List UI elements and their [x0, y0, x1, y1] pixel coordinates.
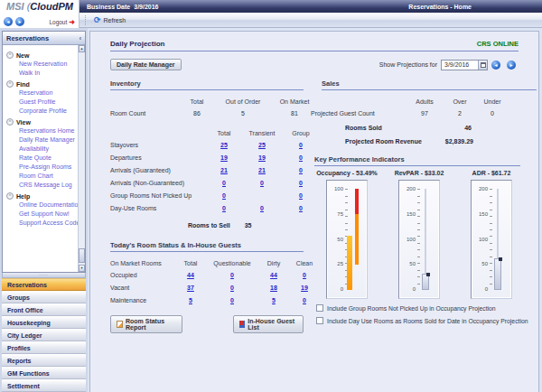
tick-label: 75: [330, 212, 343, 217]
vacant-questionable-link[interactable]: 0: [206, 281, 258, 294]
module-accordion: Reservations Groups Front Office Houseke…: [2, 278, 86, 392]
include-group-rooms-checkbox[interactable]: [316, 304, 323, 312]
sidebar-item-daily-rate-manager[interactable]: Daily Rate Manager: [6, 135, 78, 144]
occupied-total-link[interactable]: 44: [175, 268, 206, 281]
accordion-item-groups[interactable]: Groups: [2, 291, 86, 303]
projected-guest-count-label: Projected Guest Count: [311, 107, 405, 119]
accordion-item-profiles[interactable]: Profiles: [2, 341, 86, 354]
forward-button[interactable]: [15, 17, 24, 26]
calendar-dropdown-button[interactable]: [478, 61, 487, 70]
accordion-item-settlement[interactable]: Settlement: [2, 379, 86, 392]
departures-transient-link[interactable]: 19: [240, 151, 284, 163]
collapse-section-icon[interactable]: [6, 118, 14, 126]
adr-gauge-panel: 200 150 100 50 0: [471, 180, 512, 299]
grnpu-total-link[interactable]: 0: [208, 189, 240, 201]
sidebar-item-new-reservation[interactable]: New Reservation: [6, 59, 78, 68]
include-group-rooms-option: Include Group Rooms Not Picked Up in Occ…: [316, 304, 537, 312]
sidebar-item-online-documentation[interactable]: Online Documentation: [6, 200, 78, 209]
projection-date-input[interactable]: 3/9/2016: [441, 60, 488, 70]
accordion-item-city-ledger[interactable]: City Ledger: [2, 329, 86, 341]
collapse-section-icon[interactable]: [6, 51, 14, 59]
sidebar-item-corporate-profile[interactable]: Corporate Profile: [6, 106, 78, 115]
grnpu-transient-blank: [240, 189, 284, 201]
dayuse-total-link[interactable]: 0: [208, 201, 240, 214]
rooms-sold-row: Rooms Sold 46: [345, 125, 537, 131]
collapse-panel-icon[interactable]: [79, 35, 81, 42]
col-header-total: Total: [208, 128, 240, 138]
reservations-nav-panel: Reservations New New Reservation Walk In: [2, 31, 86, 273]
scroll-up-icon[interactable]: [79, 45, 85, 52]
vacant-total-link[interactable]: 37: [175, 281, 206, 294]
next-date-button[interactable]: [507, 61, 516, 70]
sidebar-item-guest-profile[interactable]: Guest Profile: [6, 97, 78, 106]
sidebar-item-get-support-now[interactable]: Get Support Now!: [6, 209, 78, 218]
arrivals-ng-total-link[interactable]: 0: [208, 176, 240, 189]
logout-label: Logout: [49, 19, 67, 25]
back-button[interactable]: [4, 17, 13, 26]
revpar-gauge-panel: 200 150 100 50 0: [398, 180, 440, 299]
arrivals-g-total-link[interactable]: 21: [208, 163, 240, 176]
projected-revenue-row: Projected Room Revenue $2,839.29: [345, 138, 537, 145]
tick-label: 100: [402, 238, 416, 242]
accordion-item-reports[interactable]: Reports: [2, 354, 86, 367]
sidebar-item-pre-assign-rooms[interactable]: Pre-Assign Rooms: [6, 162, 78, 171]
room-count-label: Room Count: [110, 107, 179, 119]
row-label-arrivals-non-guaranteed: Arrivals (Non-Guaranteed): [110, 176, 208, 189]
sidebar-item-reservation[interactable]: Reservation: [6, 88, 78, 97]
stayovers-transient-link[interactable]: 25: [240, 138, 284, 151]
sidebar-item-walk-in[interactable]: Walk In: [6, 68, 78, 77]
dayuse-transient-link[interactable]: 0: [240, 201, 284, 214]
collapse-section-icon[interactable]: [6, 80, 14, 88]
revpar-gauge: RevPAR - $33.02 200 150 100 50 0: [383, 170, 455, 299]
value-marker: [499, 257, 502, 261]
vacant-dirty-link[interactable]: 18: [258, 281, 289, 294]
adr-gauge-title: ADR - $61.72: [472, 170, 511, 176]
departures-total-link[interactable]: 19: [208, 151, 240, 163]
accordion-item-reservations[interactable]: Reservations: [2, 278, 86, 291]
scrollbar-track[interactable]: [79, 52, 85, 265]
in-house-guest-list-button[interactable]: In-House Guest List: [233, 315, 304, 333]
col-header-out-of-order: Out of Order: [215, 97, 271, 107]
nav-section-view: View: [6, 118, 78, 126]
scrollbar-thumb[interactable]: [79, 248, 85, 263]
include-day-use-label: Include Day Use Rooms as Rooms Sold for …: [327, 318, 528, 324]
room-status-report-button[interactable]: Room Status Report: [110, 315, 182, 333]
stayovers-total-link[interactable]: 25: [208, 138, 240, 151]
daily-rate-manager-button[interactable]: Daily Rate Manager: [110, 59, 182, 70]
revpar-value-bar: [422, 274, 429, 290]
room-count-table: Total Out of Order On Market Room Count …: [110, 97, 304, 119]
revpar-gauge-title: RevPAR - $33.02: [395, 170, 444, 176]
maintenance-questionable-link[interactable]: 0: [206, 294, 258, 306]
daily-projection-header: Daily Projection CRS ONLINE: [110, 40, 519, 51]
col-header-on-market-rooms: On Market Rooms: [110, 258, 175, 268]
nav-items: New New Reservation Walk In Find Reserva…: [3, 45, 78, 272]
sidebar-item-rate-quote[interactable]: Rate Quote: [6, 153, 78, 162]
accordion-item-front-office[interactable]: Front Office: [2, 303, 86, 316]
sidebar-item-room-chart[interactable]: Room Chart: [6, 171, 78, 180]
collapse-section-icon[interactable]: [6, 192, 14, 200]
occupied-dirty-link[interactable]: 44: [258, 268, 289, 281]
sidebar-item-support-access-code[interactable]: Support Access Code: [6, 218, 78, 227]
accordion-item-gm-functions[interactable]: GM Functions: [2, 367, 86, 379]
inventory-header: Inventory: [110, 79, 304, 90]
arrivals-ng-transient-link[interactable]: 0: [240, 176, 284, 189]
include-day-use-checkbox[interactable]: [316, 317, 323, 324]
sidebar-item-crs-message-log[interactable]: CRS Message Log: [6, 180, 78, 189]
nav-panel-title: Reservations: [6, 34, 49, 42]
sidebar-scrollbar[interactable]: [78, 45, 85, 272]
main-content: Daily Projection CRS ONLINE Daily Rate M…: [89, 31, 539, 392]
maintenance-total-link[interactable]: 5: [175, 294, 206, 306]
refresh-button[interactable]: Refresh: [90, 14, 129, 25]
accordion-item-housekeeping[interactable]: Housekeeping: [2, 316, 86, 329]
previous-date-button[interactable]: [491, 61, 500, 70]
arrivals-g-transient-link[interactable]: 21: [240, 163, 284, 176]
sales-header: Sales: [322, 79, 537, 90]
logout-button[interactable]: Logout: [49, 18, 75, 26]
maintenance-dirty-link[interactable]: 5: [258, 294, 289, 306]
occupied-questionable-link[interactable]: 0: [206, 268, 258, 281]
toolbar-separator: [85, 15, 86, 25]
sidebar-item-availability[interactable]: Availability: [6, 144, 78, 153]
occupancy-range-bar: [355, 189, 359, 290]
scroll-down-icon[interactable]: [79, 265, 85, 272]
sidebar-item-reservations-home[interactable]: Reservations Home: [6, 126, 78, 135]
